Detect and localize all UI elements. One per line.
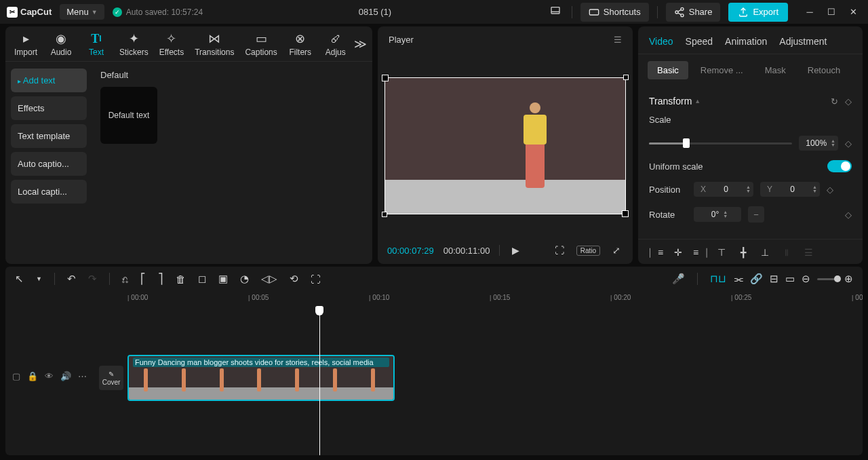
tab-animation[interactable]: Animation bbox=[725, 36, 767, 47]
zoom-in-icon[interactable]: ⊕ bbox=[844, 273, 853, 285]
tab-speed[interactable]: Speed bbox=[686, 36, 713, 47]
align-bottom-icon[interactable]: ⊥ bbox=[757, 245, 772, 260]
playhead[interactable] bbox=[319, 306, 320, 455]
align-center-h-icon[interactable]: ✛ bbox=[671, 245, 686, 260]
menu-button[interactable]: Menu ▼ bbox=[60, 4, 104, 20]
align-left-icon[interactable]: ⎸≡ bbox=[649, 245, 664, 260]
tab-adjust[interactable]: 🜚Adjus bbox=[318, 26, 353, 61]
player-viewport[interactable] bbox=[378, 53, 633, 238]
ratio-button[interactable]: Ratio bbox=[576, 246, 600, 256]
cover-button[interactable]: ✎ Cover bbox=[99, 366, 123, 390]
crop-icon[interactable]: ⛶ bbox=[311, 273, 321, 285]
zoom-slider[interactable] bbox=[817, 278, 837, 280]
freeze-icon[interactable]: ▣ bbox=[218, 273, 228, 285]
split-icon[interactable]: ⎌ bbox=[122, 273, 128, 285]
shortcuts-button[interactable]: Shortcuts bbox=[580, 3, 649, 22]
share-button[interactable]: Share bbox=[666, 3, 721, 22]
position-y-input[interactable]: Y 0 ▲▼ bbox=[760, 182, 820, 197]
close-button[interactable]: ✕ bbox=[845, 4, 861, 20]
rotate-input[interactable]: 0° ▲▼ bbox=[694, 207, 741, 222]
minimize-button[interactable]: ─ bbox=[802, 4, 818, 20]
top-bar: ✂ CapCut Menu ▼ ✓ Auto saved: 10:57:24 0… bbox=[0, 0, 868, 24]
stepper-icon[interactable]: ▲▼ bbox=[812, 185, 817, 193]
subtab-retouch[interactable]: Retouch bbox=[798, 61, 850, 79]
tab-captions[interactable]: ▭Captions bbox=[239, 26, 282, 61]
track-visibility-icon[interactable]: 👁 bbox=[45, 371, 54, 381]
undo-icon[interactable]: ↶ bbox=[67, 273, 76, 285]
tab-stickers[interactable]: ✦Stickers bbox=[114, 26, 154, 61]
tab-adjustment[interactable]: Adjustment bbox=[779, 36, 827, 47]
subtab-mask[interactable]: Mask bbox=[755, 61, 795, 79]
safe-zone-icon[interactable]: ⛶ bbox=[552, 244, 567, 257]
timeline[interactable]: 00:00 00:05 00:10 00:15 00:20 00:25 00: … bbox=[5, 291, 863, 455]
default-text-card[interactable]: Default text bbox=[100, 87, 157, 144]
resize-handle[interactable] bbox=[382, 212, 387, 217]
tab-import[interactable]: ▸Import bbox=[8, 26, 43, 61]
rotate-icon[interactable]: ⟲ bbox=[290, 273, 298, 285]
adjust-icon: 🜚 bbox=[330, 32, 342, 45]
tab-transitions[interactable]: ⋈Transitions bbox=[189, 26, 239, 61]
magnet-icon[interactable]: ⊓⊔ bbox=[710, 273, 726, 285]
keyframe-icon[interactable]: ◇ bbox=[827, 185, 833, 195]
layout-icon[interactable] bbox=[547, 3, 564, 21]
player-menu-icon[interactable]: ☰ bbox=[614, 35, 622, 45]
sidebar-item-local-captions[interactable]: Local capti... bbox=[11, 180, 87, 204]
pointer-tool-icon[interactable]: ↖ bbox=[15, 273, 24, 285]
link-snap-icon[interactable]: ⫘ bbox=[733, 273, 743, 285]
keyframe-icon[interactable]: ◇ bbox=[845, 96, 852, 107]
sidebar-item-text-template[interactable]: Text template bbox=[11, 124, 87, 148]
trim-left-icon[interactable]: ⎡ bbox=[140, 273, 146, 285]
position-x-input[interactable]: X 0 ▲▼ bbox=[694, 182, 753, 197]
keyframe-icon[interactable]: ◇ bbox=[845, 138, 852, 149]
mirror-icon[interactable]: ◁▷ bbox=[261, 273, 277, 285]
reset-icon[interactable]: ↻ bbox=[831, 96, 838, 107]
maximize-button[interactable]: ☐ bbox=[823, 4, 840, 20]
track-lock-icon[interactable]: 🔒 bbox=[27, 371, 38, 381]
sidebar-item-auto-captions[interactable]: Auto captio... bbox=[11, 152, 87, 176]
stepper-icon[interactable]: ▲▼ bbox=[746, 185, 751, 193]
tab-text[interactable]: TIText bbox=[79, 26, 114, 61]
scale-slider[interactable] bbox=[649, 142, 792, 145]
speed-icon[interactable]: ◔ bbox=[240, 273, 249, 285]
tab-video[interactable]: Video bbox=[649, 36, 673, 47]
fullscreen-icon[interactable]: ⤢ bbox=[610, 244, 623, 257]
resize-handle[interactable] bbox=[623, 75, 629, 80]
track-mute-icon[interactable]: 🔊 bbox=[60, 371, 71, 381]
sidebar-item-add-text[interactable]: Add text bbox=[11, 69, 87, 92]
stepper-icon[interactable]: ▲▼ bbox=[723, 210, 728, 218]
export-button[interactable]: Export bbox=[728, 3, 788, 22]
pointer-dropdown-icon[interactable]: ▼ bbox=[36, 275, 42, 282]
sidebar-item-effects[interactable]: Effects bbox=[11, 96, 87, 120]
clip-label: Funny Dancing man blogger shoots video f… bbox=[133, 358, 389, 367]
tab-filters[interactable]: ⊗Filters bbox=[283, 26, 318, 61]
subtab-remove[interactable]: Remove ... bbox=[691, 61, 753, 79]
timeline-ruler[interactable]: 00:00 00:05 00:10 00:15 00:20 00:25 00: bbox=[5, 291, 863, 306]
play-button[interactable]: ▶ bbox=[509, 244, 522, 257]
tabs-scroll-right-icon[interactable]: ≫ bbox=[354, 37, 367, 52]
align-center-v-icon[interactable]: ╋ bbox=[736, 245, 751, 260]
tab-effects[interactable]: ✧Effects bbox=[154, 26, 189, 61]
keyframe-icon[interactable]: ◇ bbox=[845, 210, 852, 220]
menu-label: Menu bbox=[66, 7, 89, 17]
trim-right-icon[interactable]: ⎤ bbox=[158, 273, 163, 285]
tab-audio[interactable]: ◉Audio bbox=[43, 26, 79, 61]
marker-icon[interactable]: ◻ bbox=[198, 273, 206, 285]
zoom-out-icon[interactable]: ⊖ bbox=[802, 273, 810, 285]
mic-icon[interactable]: 🎤 bbox=[672, 273, 685, 285]
uniform-scale-toggle[interactable] bbox=[827, 160, 852, 172]
align-top-icon[interactable]: ⊤ bbox=[714, 245, 729, 260]
flip-button[interactable]: − bbox=[748, 206, 764, 223]
stepper-icon[interactable]: ▲▼ bbox=[831, 139, 835, 147]
subtab-basic[interactable]: Basic bbox=[648, 61, 688, 79]
video-frame[interactable] bbox=[384, 77, 626, 214]
preview-icon[interactable]: ⊟ bbox=[770, 273, 778, 285]
link-icon[interactable]: 🔗 bbox=[750, 273, 763, 285]
scale-input[interactable]: 100% ▲▼ bbox=[799, 136, 838, 151]
delete-icon[interactable]: 🗑 bbox=[176, 273, 186, 285]
track-collapse-icon[interactable]: ▢ bbox=[12, 371, 20, 381]
align-right-icon[interactable]: ≡⎹ bbox=[692, 245, 707, 260]
playhead-handle[interactable] bbox=[315, 306, 323, 315]
video-clip[interactable]: Funny Dancing man blogger shoots video f… bbox=[127, 355, 395, 401]
track-more-icon[interactable]: ⋯ bbox=[78, 371, 87, 381]
track-toggle-icon[interactable]: ▭ bbox=[785, 273, 795, 285]
